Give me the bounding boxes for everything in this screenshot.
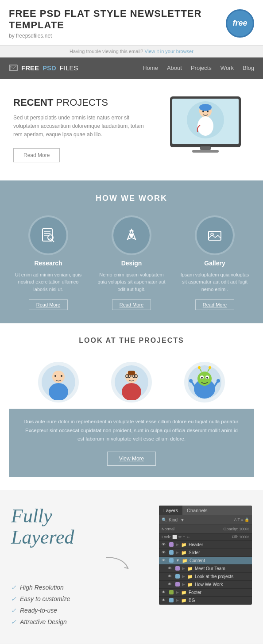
- fill-control: Fill: 100%: [232, 535, 249, 539]
- check-icon-1: ✓: [11, 584, 16, 591]
- toolbar-icons: A T ≡ 🔒: [234, 518, 249, 522]
- layers-panel: Layers Channels 🔍 Kind ▼ A T ≡ 🔒 Normal …: [159, 506, 252, 605]
- layers-toolbar: 🔍 Kind ▼ A T ≡ 🔒: [159, 515, 252, 525]
- layer-name-look: Look at the projects: [195, 574, 233, 579]
- logo-files: FILES: [60, 64, 78, 72]
- cards-row: Research Ut enim ad minim veniam, quis n…: [9, 215, 254, 310]
- layer-folder-icon: 📁: [187, 574, 193, 579]
- layer-folder-icon: 📁: [187, 582, 193, 587]
- svg-rect-25: [54, 372, 63, 375]
- svg-point-40: [201, 377, 203, 379]
- svg-rect-34: [128, 371, 135, 375]
- layer-color-meet: [175, 566, 180, 571]
- svg-point-7: [202, 111, 204, 112]
- layer-header[interactable]: 👁 ▶ 📁 Header: [159, 541, 252, 549]
- eye-icon: 👁: [162, 542, 167, 547]
- email-icon: [9, 65, 18, 71]
- layer-name-bg: BG: [189, 598, 195, 603]
- feature-4: ✓ Attractive Design: [11, 616, 150, 628]
- how-title: HOW WE WORK: [9, 194, 254, 203]
- layered-section: Fully Layered ✓ High Resolution ✓ Easy t…: [0, 490, 263, 643]
- free-badge: free: [226, 9, 254, 38]
- how-section: HOW WE WORK Research Ut enim ad minim ve…: [0, 180, 263, 324]
- navigation: FREEPSDFILES Home About Projects Work Bl…: [0, 58, 263, 79]
- folder-arrow: ▶: [182, 574, 185, 579]
- nav-logo: FREEPSDFILES: [9, 64, 143, 72]
- opacity-control[interactable]: Opacity: 100%: [223, 527, 249, 531]
- layer-look-projects[interactable]: 👁 ▶ 📁 Look at the projects: [159, 573, 252, 581]
- lock-label: Lock: ⬜ ✏ + ↔: [162, 535, 190, 539]
- nav-blog[interactable]: Blog: [243, 65, 254, 71]
- view-more-button[interactable]: View More: [107, 452, 156, 466]
- svg-point-47: [189, 379, 193, 383]
- eye-icon: 👁: [162, 558, 167, 563]
- folder-arrow: ▶: [176, 550, 179, 555]
- hero-image: [161, 94, 250, 165]
- research-read-more[interactable]: Read More: [29, 299, 68, 310]
- eye-icon: 👁: [168, 574, 173, 579]
- hero-title: RECENT PROJECTS: [13, 97, 152, 108]
- layer-color-footer: [169, 590, 174, 594]
- svg-point-17: [130, 234, 133, 237]
- folder-arrow: ▶: [176, 590, 179, 594]
- nav-about[interactable]: About: [167, 65, 182, 71]
- layer-color-look: [175, 574, 180, 579]
- layer-folder-icon: 📁: [187, 566, 193, 571]
- nav-links: Home About Projects Work Blog: [143, 65, 254, 71]
- feature-1: ✓ High Resolution: [11, 582, 150, 593]
- top-banner: FREE PSD FLAT STYLE NEWSLETTER TEMPLATE …: [0, 0, 263, 45]
- eye-icon: 👁: [168, 566, 173, 571]
- gallery-icon-circle: [195, 215, 235, 255]
- svg-point-6: [199, 104, 212, 111]
- layer-meet-team[interactable]: 👁 ▶ 📁 Meet Our Team: [159, 565, 252, 573]
- design-svg: [123, 227, 140, 244]
- eye-icon: 👁: [168, 582, 173, 586]
- layers-tab-channels[interactable]: Channels: [182, 506, 212, 515]
- layer-color-content: [169, 558, 174, 563]
- layer-slider[interactable]: 👁 ▶ 📁 Slider: [159, 549, 252, 557]
- nav-home[interactable]: Home: [143, 65, 158, 71]
- gallery-read-more[interactable]: Read More: [195, 299, 234, 310]
- fill-row: Lock: ⬜ ✏ + ↔ Fill: 100%: [159, 533, 252, 541]
- svg-point-30: [134, 375, 135, 377]
- blend-mode[interactable]: Normal: [162, 527, 174, 531]
- layer-bg[interactable]: 👁 ▶ 📁 BG: [159, 597, 252, 605]
- layer-name-footer: Footer: [189, 590, 201, 595]
- layers-tab-layers[interactable]: Layers: [159, 506, 182, 515]
- svg-point-24: [61, 375, 62, 377]
- layer-footer[interactable]: 👁 ▶ 📁 Footer: [159, 589, 252, 597]
- check-icon-3: ✓: [11, 607, 16, 614]
- kind-label: Kind: [169, 518, 178, 522]
- nav-work[interactable]: Work: [220, 65, 234, 71]
- avatars-top-row: [9, 356, 254, 409]
- folder-arrow: ▶: [182, 582, 185, 586]
- avatar-2: [109, 360, 154, 404]
- layer-name-how: How We Work: [195, 582, 223, 587]
- layer-content[interactable]: 👁 ▼ 📁 Content: [159, 557, 252, 565]
- gallery-label: Gallery: [204, 260, 225, 267]
- layers-tabs: Layers Channels: [159, 506, 252, 515]
- avatar-1: [36, 360, 81, 404]
- svg-point-49: [217, 379, 220, 383]
- layer-how-work[interactable]: 👁 ▶ 📁 How We Work: [159, 581, 252, 589]
- design-read-more[interactable]: Read More: [112, 299, 151, 310]
- layer-name-header: Header: [189, 542, 203, 547]
- hero-read-more-button[interactable]: Read More: [13, 148, 60, 162]
- email-bar: Having trouble viewing this email? View …: [0, 45, 263, 58]
- layer-color-how: [175, 582, 180, 586]
- monitor-svg: [161, 94, 250, 165]
- svg-rect-10: [192, 150, 219, 153]
- avatar-3: [182, 360, 227, 404]
- folder-arrow: ▶: [182, 566, 185, 571]
- nav-projects[interactable]: Projects: [191, 65, 212, 71]
- logo-free: FREE: [21, 64, 39, 72]
- svg-point-45: [209, 366, 211, 369]
- logo-psd: PSD: [43, 64, 56, 72]
- layer-color-header: [169, 542, 174, 547]
- view-browser-link[interactable]: View it in your browser: [144, 49, 193, 54]
- curved-arrow-svg: [101, 555, 137, 573]
- avatar3-svg: [187, 364, 222, 400]
- eye-icon: 👁: [162, 590, 167, 594]
- hero-section: RECENT PROJECTS Sed ut perspiciatis unde…: [0, 79, 263, 180]
- email-svg: [10, 66, 16, 70]
